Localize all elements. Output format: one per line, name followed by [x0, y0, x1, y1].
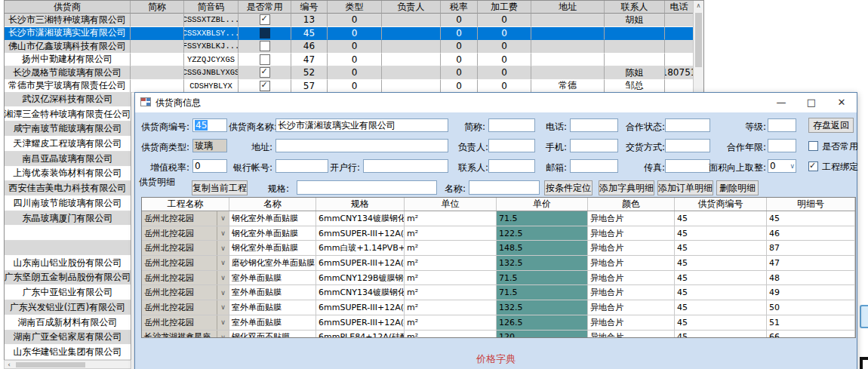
chevron-down-icon[interactable]: ∨	[217, 331, 229, 339]
cell-supplier-id[interactable]: 45	[675, 211, 767, 226]
maximize-button[interactable]: □	[796, 93, 826, 112]
cell-detail-id[interactable]: 46	[767, 226, 855, 241]
cell-color[interactable]: 异地合片	[588, 256, 675, 270]
cell-detail-id[interactable]: 49	[767, 285, 855, 300]
cell-spec[interactable]: 6mmPLE84+12A(硅酮胶...	[316, 331, 405, 339]
chevron-down-icon[interactable]: ∨	[217, 315, 229, 330]
horizontal-scrollbar-thumb[interactable]	[16, 362, 85, 367]
cell-supplier-id[interactable]: 45	[675, 271, 767, 285]
cell-spec[interactable]: 6mmSUPER-III+12A(硅...	[316, 226, 405, 241]
cell-price[interactable]: 71.5	[497, 285, 588, 300]
detail-column-header[interactable]: 供货商编号	[675, 198, 767, 211]
cell-name[interactable]: 钢化双面不贴膜	[229, 331, 316, 339]
column-header[interactable]: 税率	[441, 1, 478, 14]
supplier-list-item[interactable]: 山东南山铝业股份有限公司	[5, 256, 131, 271]
copy-project-button[interactable]: 复制当前工程	[192, 180, 248, 195]
bank-account-input[interactable]	[275, 159, 328, 173]
supplier-list-item[interactable]: 湖南广亚全铝家居有限公司	[5, 331, 131, 346]
column-header[interactable]: 是否常用	[239, 1, 291, 14]
cell-color[interactable]: 异地合片	[588, 331, 675, 339]
minimize-button[interactable]: —	[766, 93, 796, 112]
cell-unit[interactable]: m²	[405, 300, 497, 315]
column-header[interactable]: 负责人	[382, 1, 441, 14]
project-combobox-cell[interactable]: 岳州北控花园∨	[142, 256, 229, 270]
cell-spec[interactable]: 6mm白玻+1.14PVB+6mm...	[316, 241, 405, 255]
cell-detail-id[interactable]: 48	[767, 271, 855, 285]
supplier-list-item[interactable]: 咸宁南玻节能玻璃有限公司	[5, 121, 131, 137]
common-checkbox[interactable]	[260, 41, 270, 51]
detail-column-header[interactable]: 名称	[229, 198, 316, 211]
common-checkbox[interactable]	[260, 54, 270, 65]
cell-supplier-id[interactable]: 45	[675, 331, 767, 339]
close-button[interactable]: ✕	[826, 93, 857, 112]
cell-name[interactable]: 磨砂钢化室外单面贴膜	[229, 256, 316, 270]
column-header[interactable]: 简音码	[184, 1, 239, 14]
common-checkbox[interactable]	[260, 81, 270, 91]
detail-column-header[interactable]: 工程名称	[142, 198, 229, 211]
cell-supplier-id[interactable]: 45	[675, 241, 767, 255]
project-combobox-cell[interactable]: 岳州北控花园∨	[142, 285, 229, 300]
detail-row[interactable]: 岳州北控花园∨钢化室外单面贴膜6mmCNY134镀膜钢化m²71.5异地合片45…	[142, 211, 855, 226]
contact-input[interactable]	[488, 159, 535, 173]
grade-input[interactable]	[768, 118, 796, 132]
cell-name[interactable]: 室外单面贴膜	[229, 315, 316, 330]
detail-row[interactable]: 岳州北控花园∨钢化室外单面贴膜6mmSUPER-III+12A(硅...m²12…	[142, 226, 855, 241]
supplier-row[interactable]: 长沙市三湘特种玻璃有限公司CSSSXTZBL...13000胡姐	[5, 14, 703, 27]
supplier-list-item[interactable]: 广东中亚铝业有限公司	[5, 285, 131, 300]
project-combobox-cell[interactable]: 长沙龙湖祺鑫星座∨	[142, 331, 229, 339]
cell-price[interactable]: 148.5	[497, 241, 588, 255]
cell-price[interactable]: 122.5	[497, 226, 588, 241]
coop-years-input[interactable]	[768, 139, 796, 152]
manager-input[interactable]	[488, 139, 535, 152]
chevron-down-icon[interactable]: ∨	[217, 211, 229, 226]
project-combobox-cell[interactable]: 岳州北控花园∨	[142, 300, 229, 315]
cell-unit[interactable]: m²	[405, 226, 497, 241]
chevron-down-icon[interactable]: ∨	[217, 300, 229, 315]
project-combobox-cell[interactable]: 岳州北控花园∨	[142, 241, 229, 255]
dialog-titlebar[interactable]: 供货商信息 — □ ✕	[135, 93, 857, 112]
delete-detail-button[interactable]: 删除明细	[716, 180, 759, 195]
cell-spec[interactable]: 6mmSUPER-III+12A(硅...	[316, 300, 405, 315]
column-header[interactable]: 地址	[531, 1, 605, 14]
phone-input[interactable]	[570, 118, 618, 132]
supplier-list-item[interactable]: 武汉亿深科技有限公司	[5, 92, 131, 107]
supplier-no-input[interactable]: 45	[192, 118, 227, 132]
address-input[interactable]	[275, 139, 448, 152]
horizontal-scrollbar[interactable]: ‹	[4, 360, 131, 369]
spec-filter-input[interactable]	[297, 180, 437, 195]
column-header[interactable]: 联系人	[605, 1, 665, 14]
supplier-row[interactable]: 长沙市潇湘玻璃实业有限公司CSSXXBLSY...45000	[5, 27, 703, 41]
detail-row[interactable]: 岳州北控花园∨室外单面贴膜6mmSUPER-III+12A(硅...m²132.…	[142, 300, 855, 315]
cell-unit[interactable]: m²	[405, 241, 497, 255]
bank-input[interactable]	[363, 159, 448, 173]
supplier-row[interactable]: 扬州中勤建材有限公司YZZQJCYXGS47000	[5, 54, 703, 67]
project-combobox-cell[interactable]: 岳州北控花园∨	[142, 271, 229, 285]
cell-name[interactable]: 室外单面贴膜	[229, 285, 316, 300]
supplier-list-item[interactable]: 广东坚朗五金制品股份有限公司	[5, 271, 131, 286]
detail-column-header[interactable]: 单价	[497, 198, 588, 211]
chevron-down-icon[interactable]: ∨	[217, 256, 229, 270]
cell-name[interactable]: 钢化室外单面贴膜	[229, 241, 316, 255]
supplier-row[interactable]: 常德市昊宇玻璃有限责任公司CDSHYBLYX57000常德邹总	[5, 80, 703, 94]
column-header[interactable]: 电话	[665, 1, 694, 14]
cell-detail-id[interactable]: 51	[767, 315, 855, 330]
supplier-list-item[interactable]	[5, 226, 131, 241]
supplier-list-item[interactable]: 上海优泰装饰材料有限公司	[5, 167, 131, 182]
cell-spec[interactable]: 6mmCNY134镀膜钢化	[316, 211, 405, 226]
cell-price[interactable]: 126.5	[497, 315, 588, 330]
detail-column-header[interactable]: 明细号	[767, 198, 855, 211]
supplier-row[interactable]: 长沙晟格节能玻璃有限公司CSSGJNBLYXGS52000陈姐180751	[5, 66, 703, 80]
supplier-row[interactable]: 佛山市亿鑫玻璃科技有限公司FSSYXBLKJ...46000	[5, 40, 703, 54]
cell-supplier-id[interactable]: 45	[675, 300, 767, 315]
cell-name[interactable]: 室外单面贴膜	[229, 300, 316, 315]
coop-status-input[interactable]	[665, 118, 710, 132]
detail-column-header[interactable]: 颜色	[588, 198, 675, 211]
cell-unit[interactable]: m²	[405, 256, 497, 270]
vertical-scrollbar-thumb[interactable]	[695, 13, 702, 67]
detail-row[interactable]: 长沙龙湖祺鑫星座∨钢化双面不贴膜6mmPLE84+12A(硅酮胶...m²120…	[142, 331, 855, 339]
project-combobox-cell[interactable]: 岳州北控花园∨	[142, 315, 229, 330]
supplier-list-item[interactable]: 湘潭三金特种玻璃有限责任公司	[5, 107, 131, 122]
cell-name[interactable]: 钢化室外单面贴膜	[229, 226, 316, 241]
cell-price[interactable]: 71.5	[497, 271, 588, 285]
chevron-down-icon[interactable]: ∨	[217, 285, 229, 300]
